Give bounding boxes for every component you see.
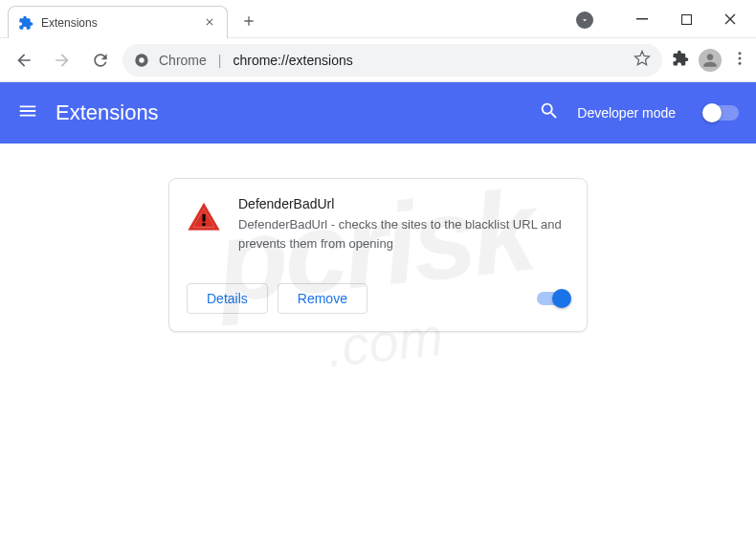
extension-name: DefenderBadUrl [238,196,569,211]
svg-point-4 [739,52,742,55]
svg-point-3 [139,57,144,62]
hamburger-menu-icon[interactable] [17,100,38,125]
remove-button[interactable]: Remove [278,283,367,314]
puzzle-icon [18,15,33,31]
browser-toolbar: Chrome | chrome://extensions [0,38,756,82]
url-path: chrome://extensions [233,53,352,68]
browser-tab[interactable]: Extensions [8,6,228,38]
extension-description: DefenderBadUrl - checks the sites to the… [238,215,569,253]
svg-point-5 [739,56,742,59]
page-title: Extensions [56,100,522,125]
incognito-indicator-icon [576,11,593,29]
svg-rect-7 [203,214,206,222]
reload-button[interactable] [84,44,117,77]
window-controls [620,4,752,34]
svg-rect-1 [681,14,691,24]
svg-point-6 [739,61,742,64]
chrome-menu-icon[interactable] [731,50,748,71]
window-titlebar: Extensions [0,0,756,38]
maximize-button[interactable] [664,4,708,34]
new-tab-button[interactable] [235,8,262,34]
forward-button[interactable] [46,44,78,77]
svg-rect-0 [636,18,648,20]
tab-title: Extensions [41,16,204,30]
extensions-content: DefenderBadUrl DefenderBadUrl - checks t… [0,144,756,366]
extensions-menu-icon[interactable] [672,50,689,71]
address-bar[interactable]: Chrome | chrome://extensions [122,44,662,77]
svg-point-8 [202,223,206,227]
warning-triangle-icon [187,200,221,234]
url-divider: | [218,53,222,68]
close-tab-icon[interactable] [204,15,215,31]
developer-mode-label: Developer mode [577,105,676,121]
bookmark-star-icon[interactable] [634,50,651,70]
close-window-button[interactable] [708,4,752,34]
chrome-icon [134,53,149,68]
back-button[interactable] [8,44,40,77]
minimize-button[interactable] [620,4,664,34]
extension-enable-toggle[interactable] [537,292,569,305]
url-scheme: Chrome [159,53,207,68]
extension-card: DefenderBadUrl DefenderBadUrl - checks t… [168,178,588,332]
search-icon[interactable] [539,100,560,125]
extensions-header: Extensions Developer mode [0,82,756,144]
details-button[interactable]: Details [187,283,268,314]
profile-avatar-icon[interactable] [699,49,722,72]
developer-mode-toggle[interactable] [704,105,739,121]
